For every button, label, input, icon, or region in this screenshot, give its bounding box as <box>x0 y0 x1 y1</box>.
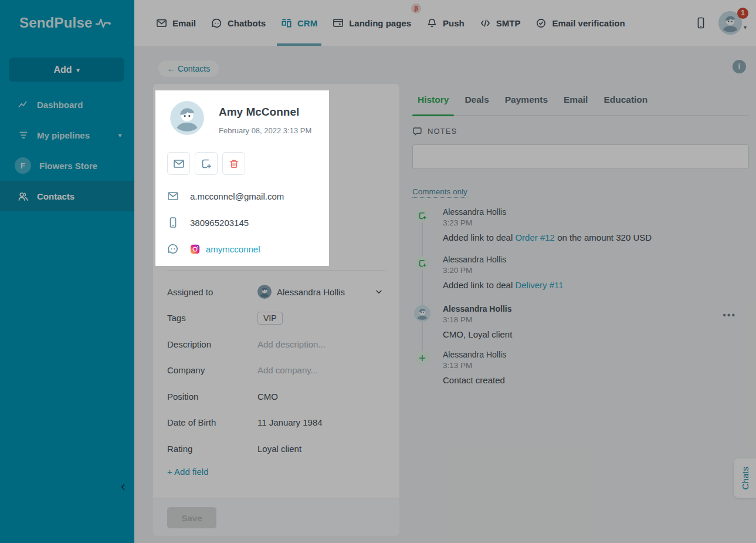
mobile-icon <box>167 217 179 228</box>
contact-avatar <box>170 101 204 135</box>
dim-overlay <box>0 0 756 543</box>
contact-email: a.mcconnel@gmail.com <box>190 191 284 201</box>
contact-phone-row: 380965203145 <box>167 217 317 228</box>
contact-created-date: February 08, 2022 3:13 PM <box>219 126 311 135</box>
contact-info-rows: a.mcconnel@gmail.com 380965203145 amymcc… <box>167 190 317 269</box>
contact-actions <box>167 152 245 175</box>
trash-icon <box>228 158 240 170</box>
messenger-icon <box>167 243 179 255</box>
instagram-icon <box>190 244 202 254</box>
send-email-button[interactable] <box>167 152 190 175</box>
add-deal-button[interactable] <box>195 152 218 175</box>
contact-phone: 380965203145 <box>190 218 249 228</box>
instagram-link[interactable]: amymcconnel <box>206 244 260 254</box>
contact-messenger-row: amymcconnel <box>167 243 317 255</box>
contact-email-row: a.mcconnel@gmail.com <box>167 190 317 202</box>
envelope-icon <box>167 190 179 202</box>
deal-add-icon <box>201 158 212 170</box>
contact-header-spotlight: Amy McConnel February 08, 2022 3:13 PM a… <box>155 90 329 266</box>
delete-contact-button[interactable] <box>222 152 245 175</box>
contact-name: Amy McConnel <box>219 106 299 119</box>
envelope-icon <box>173 158 185 170</box>
